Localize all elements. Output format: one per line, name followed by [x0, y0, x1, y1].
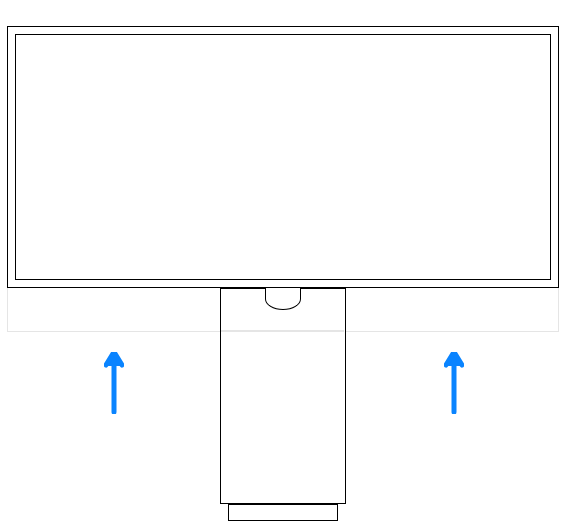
stand-base: [228, 504, 338, 521]
raise-arrow-right-icon: [444, 352, 464, 414]
stand-mount-notch: [265, 288, 301, 310]
raise-arrow-left-icon: [104, 352, 124, 414]
monitor-screen: [15, 34, 551, 280]
height-adjust-diagram: [0, 0, 566, 528]
stand-ghost-seam: [221, 330, 344, 332]
stand-column: [220, 288, 346, 504]
